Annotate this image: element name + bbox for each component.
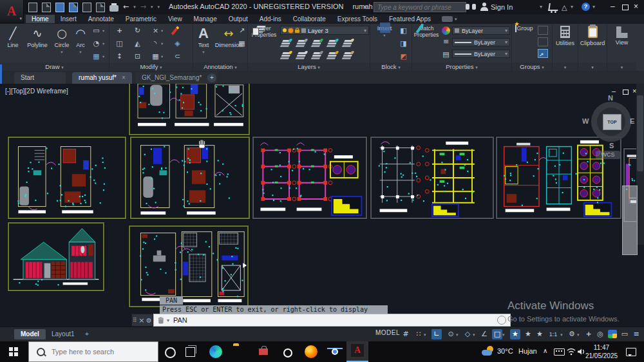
layer-off-icon[interactable] xyxy=(282,52,291,54)
create-block-icon[interactable]: ◧ xyxy=(399,26,408,35)
tab-collaborate[interactable]: Collaborate xyxy=(287,15,332,23)
offset-tool-icon[interactable]: ⊂ xyxy=(173,52,182,61)
linetype-list-icon[interactable]: ▤ xyxy=(441,50,451,59)
annotation-autoscale-icon[interactable]: ★ xyxy=(523,329,533,339)
search-binoculars-icon[interactable] xyxy=(466,4,476,10)
scale-tool-icon[interactable]: ⊡ xyxy=(133,52,142,61)
account-dropdown-icon[interactable]: ▾ xyxy=(571,4,573,10)
layer-unisolate-icon[interactable] xyxy=(298,40,307,42)
file-tab-rumah-yusuf[interactable]: rumah yusuf*× xyxy=(72,72,132,84)
ribbon-options-dropdown-icon[interactable]: ▾ xyxy=(455,17,457,22)
weather-icon[interactable] xyxy=(482,346,495,357)
drawing-canvas[interactable]: [-][Top][2D Wireframe] – × xyxy=(0,84,644,327)
app-store-cart-icon[interactable] xyxy=(548,3,559,11)
command-customize-icon[interactable]: ⚙ xyxy=(146,317,152,324)
layer-color-swatch[interactable] xyxy=(301,28,306,33)
layer-freeze-tool-icon[interactable] xyxy=(313,40,322,42)
clipboard-panel-label[interactable]: ▾ xyxy=(578,62,607,71)
annotation-visibility-icon[interactable]: ★ xyxy=(510,329,520,339)
save-icon[interactable] xyxy=(55,3,64,12)
layer-lock-icon[interactable] xyxy=(295,30,299,33)
insert-block-button[interactable]: Insert▾ xyxy=(374,25,395,39)
fillet-tool-icon[interactable]: ◝ xyxy=(151,39,160,48)
maximize-button[interactable] xyxy=(622,5,629,10)
move-tool-icon[interactable]: + xyxy=(115,26,124,35)
draw-panel-label[interactable]: Draw ▾ xyxy=(0,62,109,71)
group-button[interactable]: Group xyxy=(513,25,535,32)
object-color-dropdown[interactable]: ByLayer ▾ xyxy=(452,26,510,35)
file-tab-gk-ngi-semarang[interactable]: GK_NGI_Semarang*× xyxy=(135,72,217,84)
tab-home[interactable]: Home xyxy=(26,15,55,23)
command-grip-icon[interactable]: ⠿ xyxy=(133,317,137,323)
erase-tool-icon[interactable] xyxy=(171,26,180,35)
tab-view[interactable]: View xyxy=(162,15,188,23)
taskbar-search-input[interactable] xyxy=(50,347,149,356)
ellipse-tool-icon[interactable]: ◔ xyxy=(91,39,101,48)
close-button[interactable]: × xyxy=(634,2,638,11)
match-properties-button[interactable]: Match Properties xyxy=(413,25,439,38)
array-tool-icon[interactable]: ▦ xyxy=(151,52,160,61)
autocad-taskbar-icon[interactable]: A xyxy=(346,341,368,362)
undo-icon[interactable]: ← xyxy=(123,3,129,11)
panel-utilities[interactable]: Utilities ▾ xyxy=(553,24,578,71)
layout1-tab[interactable]: Layout1 xyxy=(45,329,81,339)
viewcube-east[interactable]: E xyxy=(630,117,634,125)
layer-state-icon[interactable] xyxy=(344,52,353,54)
search-flyout-icon[interactable]: ▸ xyxy=(365,3,368,10)
drawing-frame-ceiling-plans[interactable] xyxy=(129,225,249,307)
layer-dropdown-icon[interactable]: ▾ xyxy=(364,28,366,33)
customization-menu-icon[interactable]: ≡ xyxy=(631,329,641,339)
task-view-icon[interactable] xyxy=(185,347,195,357)
group-edit-icon[interactable] xyxy=(538,37,548,46)
leader-tool-icon[interactable]: ↗ xyxy=(237,26,247,35)
drawing-frame-floorplan-2[interactable] xyxy=(130,137,250,219)
taskbar-search[interactable] xyxy=(28,341,158,362)
help-search-input[interactable] xyxy=(374,2,466,12)
tab-parametric[interactable]: Parametric xyxy=(120,15,162,23)
help-icon[interactable]: ? xyxy=(582,3,590,11)
trim-tool-icon[interactable]: × xyxy=(151,26,160,35)
command-line-input[interactable]: ▾ PAN xyxy=(153,314,511,327)
polyline-tool[interactable]: ∿ Polyline xyxy=(24,25,50,48)
polar-dropdown-icon[interactable]: ▾ xyxy=(456,332,459,338)
open-file-icon[interactable] xyxy=(42,3,51,12)
weather-temp[interactable]: 30°C xyxy=(497,347,513,355)
isolate-objects-icon[interactable]: ◎ xyxy=(595,329,605,339)
layer-match-icon[interactable] xyxy=(298,52,307,54)
drawing-frame-floorplan-1[interactable] xyxy=(8,137,126,219)
workspace-gear-icon[interactable]: ⚙ xyxy=(567,329,577,339)
color-wheel-icon[interactable] xyxy=(442,26,450,35)
tab-insert[interactable]: Insert xyxy=(55,15,82,23)
object-snap-icon[interactable]: □ xyxy=(492,329,502,339)
model-tab[interactable]: Model xyxy=(14,329,46,339)
close-tab-icon[interactable]: × xyxy=(122,74,126,81)
annotation-scale-dropdown-icon[interactable]: ▾ xyxy=(560,332,563,338)
help-dropdown-icon[interactable]: ▾ xyxy=(592,4,595,10)
canvas-scrollbar-thumb[interactable] xyxy=(637,95,643,171)
snap-dropdown-icon[interactable]: ▾ xyxy=(424,332,426,338)
command-recent-icon[interactable] xyxy=(497,316,506,325)
block-panel-label[interactable]: Block ▾ xyxy=(370,62,412,71)
command-dropdown-icon[interactable]: ▾ xyxy=(167,318,169,323)
stretch-tool-icon[interactable]: ↕ xyxy=(115,52,124,61)
tab-manage[interactable]: Manage xyxy=(188,15,223,23)
viewcube-top-face[interactable]: TOP xyxy=(603,114,621,130)
layer-walk-icon[interactable] xyxy=(344,40,353,42)
drawing-frame-structure-3[interactable] xyxy=(496,137,621,219)
rectangle-tool-icon[interactable]: ▭ xyxy=(91,26,101,35)
isodraft-icon[interactable]: ◇ xyxy=(462,329,473,339)
modify-panel-label[interactable]: Modify ▾ xyxy=(109,62,193,71)
trim-dropdown-icon[interactable]: ▾ xyxy=(161,28,163,33)
rectangle-dropdown-icon[interactable]: ▾ xyxy=(102,28,104,33)
app-menu-button[interactable]: A ▾ xyxy=(0,0,24,23)
utilities-panel-label[interactable]: ▾ xyxy=(553,62,578,71)
copy-tool-icon[interactable]: ◫ xyxy=(115,39,124,48)
save-as-icon[interactable] xyxy=(69,3,78,12)
ortho-toggle-icon[interactable]: ∟ xyxy=(431,329,442,339)
action-center-icon[interactable] xyxy=(626,348,636,356)
tab-express-tools[interactable]: Express Tools xyxy=(332,15,383,23)
polar-tracking-icon[interactable]: ⊙ xyxy=(446,329,456,339)
ribbon-extra-icon[interactable] xyxy=(442,16,453,22)
group-selection-toggle-icon[interactable]: → xyxy=(538,49,548,58)
edge-icon[interactable] xyxy=(209,345,222,358)
